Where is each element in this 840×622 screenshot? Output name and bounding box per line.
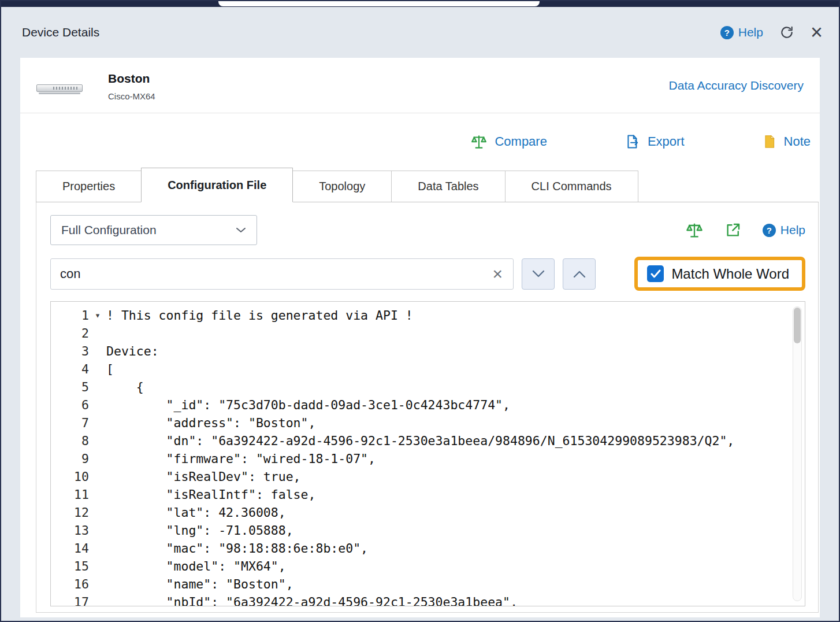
code-line: 8 "dn": "6a392422-a92d-4596-92c1-2530e3a… (51, 432, 805, 450)
vertical-scrollbar[interactable] (793, 306, 802, 601)
help-icon (720, 26, 734, 39)
tab-cli-commands[interactable]: CLI Commands (505, 171, 638, 202)
code-line: 2 (51, 324, 805, 342)
configuration-file-panel: Full Configuration (36, 202, 819, 613)
fold-gutter (89, 521, 106, 539)
chevron-down-icon (236, 227, 246, 234)
find-next-button[interactable] (522, 258, 555, 290)
device-header: Boston Cisco-MX64 Data Accuracy Discover… (20, 58, 820, 113)
code-line: 16 "name": "Boston", (51, 575, 805, 593)
code-line: 5 { (51, 378, 805, 396)
export-icon (625, 134, 641, 150)
close-icon[interactable]: × (811, 22, 823, 43)
code-line: 10 "isRealDev": true, (51, 468, 805, 486)
export-button[interactable]: Export (625, 134, 685, 150)
code-text: { (106, 378, 144, 396)
code-line: 4[ (51, 360, 805, 378)
code-text: "mac": "98:18:88:6e:8b:e0", (106, 539, 368, 557)
line-number: 17 (51, 593, 89, 606)
note-button[interactable]: Note (762, 134, 811, 149)
tab-configuration-file[interactable]: Configuration File (141, 168, 293, 202)
config-help-link[interactable]: Help (763, 223, 805, 237)
match-whole-word-highlight: Match Whole Word (634, 257, 805, 291)
fold-gutter (89, 342, 106, 360)
config-code-viewer: 1▾! This config file is generated via AP… (50, 301, 805, 606)
device-details-card: Boston Cisco-MX64 Data Accuracy Discover… (20, 58, 820, 617)
open-in-new-window-icon[interactable] (724, 221, 742, 239)
fold-gutter (89, 378, 106, 396)
code-lines: 1▾! This config file is generated via AP… (51, 306, 805, 606)
clear-search-icon[interactable]: × (490, 265, 505, 283)
config-type-select[interactable]: Full Configuration (50, 215, 257, 245)
refresh-icon[interactable] (779, 25, 794, 40)
code-line: 11 "isRealIntf": false, (51, 486, 805, 503)
note-label: Note (784, 134, 811, 149)
line-number: 16 (51, 575, 89, 593)
fold-gutter (89, 324, 106, 342)
config-help-label: Help (780, 223, 805, 237)
compare-config-icon[interactable] (685, 221, 704, 239)
line-number: 10 (51, 468, 89, 486)
line-number: 14 (51, 539, 89, 557)
line-number: 8 (51, 432, 89, 450)
fold-gutter (89, 432, 106, 450)
code-text: "isRealDev": true, (106, 468, 301, 486)
code-text: "address": "Boston", (106, 414, 315, 432)
device-image (36, 84, 83, 94)
line-number: 13 (51, 521, 89, 539)
code-text: "firmware": "wired-18-1-07", (106, 450, 376, 468)
code-line: 9 "firmware": "wired-18-1-07", (51, 450, 805, 468)
line-number: 5 (51, 378, 89, 396)
code-text: [ (106, 360, 114, 378)
code-line: 12 "lat": 42.36008, (51, 503, 805, 521)
line-number: 11 (51, 486, 89, 503)
code-line: 15 "model": "MX64", (51, 557, 805, 575)
scrollbar-thumb[interactable] (794, 308, 801, 343)
line-number: 3 (51, 342, 89, 360)
code-text: "_id": "75c3d70b-dadd-09ad-3ce1-0c4243bc… (106, 396, 510, 414)
fold-gutter (89, 468, 106, 486)
code-line: 13 "lng": -71.05888, (51, 521, 805, 539)
tab-topology[interactable]: Topology (292, 171, 392, 202)
data-accuracy-discovery-link[interactable]: Data Accuracy Discovery (669, 79, 804, 92)
compare-button[interactable]: Compare (470, 133, 547, 150)
device-name: Boston (108, 72, 155, 86)
detail-tabs: Properties Configuration File Topology D… (36, 168, 819, 202)
code-text: "name": "Boston", (106, 575, 293, 593)
line-number: 12 (51, 503, 89, 521)
line-number: 4 (51, 360, 89, 378)
line-number: 6 (51, 396, 89, 414)
fold-toggle-icon[interactable]: ▾ (89, 306, 106, 324)
tab-data-tables[interactable]: Data Tables (391, 171, 505, 202)
fold-gutter (89, 396, 106, 414)
fold-gutter (89, 450, 106, 468)
note-icon (762, 134, 777, 149)
code-text: "isRealIntf": false, (106, 486, 315, 503)
help-link-label: Help (738, 25, 763, 39)
match-whole-word-checkbox[interactable] (647, 265, 664, 282)
config-type-select-value: Full Configuration (61, 223, 157, 237)
search-input[interactable] (60, 266, 490, 282)
compare-scales-icon (470, 133, 488, 150)
line-number: 1 (51, 306, 89, 324)
line-number: 7 (51, 414, 89, 432)
code-text: Device: (106, 342, 159, 360)
search-box: × (50, 258, 514, 290)
tab-properties[interactable]: Properties (36, 171, 142, 202)
dialog-header: Device Details Help × (1, 7, 839, 58)
help-icon (763, 224, 776, 237)
fold-gutter (89, 360, 106, 378)
code-line: 6 "_id": "75c3d70b-dadd-09ad-3ce1-0c4243… (51, 396, 805, 414)
line-number: 15 (51, 557, 89, 575)
match-whole-word-label[interactable]: Match Whole Word (671, 266, 789, 282)
export-label: Export (648, 134, 685, 149)
actions-toolbar: Compare Export (20, 113, 820, 168)
code-text: "nbId": "6a392422-a92d-4596-92c1-2530e3a… (106, 593, 518, 606)
find-previous-button[interactable] (563, 258, 596, 290)
background-window-edge (218, 1, 540, 6)
code-line: 14 "mac": "98:18:88:6e:8b:e0", (51, 539, 805, 557)
help-link[interactable]: Help (720, 25, 763, 39)
fold-gutter (89, 539, 106, 557)
search-row: × M (50, 257, 805, 291)
device-details-dialog: Device Details Help × Boston (0, 0, 840, 622)
